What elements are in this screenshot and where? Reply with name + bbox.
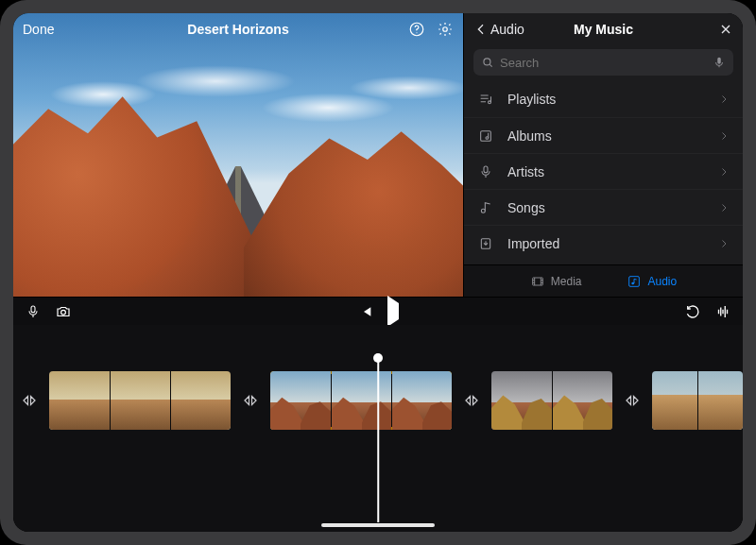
svg-point-3 (484, 59, 490, 65)
mic-icon[interactable] (713, 56, 726, 69)
screen: Done Desert Horizons (13, 13, 743, 532)
gear-icon[interactable] (437, 21, 454, 38)
tab-media[interactable]: Media (530, 274, 582, 289)
prev-track-icon[interactable] (357, 303, 374, 320)
svg-rect-8 (484, 166, 488, 173)
chevron-left-icon (473, 22, 489, 37)
row-label: Songs (507, 200, 545, 215)
tab-audio[interactable]: Audio (627, 274, 677, 289)
chevron-right-icon (718, 238, 730, 249)
home-indicator[interactable] (321, 523, 435, 527)
transition-icon[interactable] (242, 392, 259, 409)
camera-icon[interactable] (55, 303, 72, 320)
playhead-line[interactable] (377, 359, 379, 522)
panel-back-button[interactable]: Audio (473, 22, 524, 37)
chevron-right-icon (718, 94, 730, 105)
panel-tabs: Media Audio (464, 264, 743, 297)
done-button[interactable]: Done (23, 22, 54, 37)
search-field[interactable] (473, 49, 733, 76)
svg-rect-6 (481, 130, 491, 141)
search-input[interactable] (500, 56, 707, 70)
row-albums[interactable]: Albums (464, 117, 743, 153)
svg-rect-14 (31, 306, 35, 313)
panel-back-label: Audio (490, 22, 524, 37)
row-artists[interactable]: Artists (464, 153, 743, 189)
audio-note-icon (627, 274, 642, 289)
timeline-toolbar (13, 297, 743, 325)
timeline[interactable] (13, 325, 743, 532)
clip-2[interactable] (270, 371, 452, 430)
search-icon (481, 56, 494, 69)
media-browser-panel: Audio My Music Playlists (463, 13, 743, 297)
preview-toolbar: Done Desert Horizons (13, 13, 463, 45)
svg-point-2 (443, 27, 448, 32)
row-label: Artists (507, 164, 544, 179)
chevron-right-icon (718, 202, 730, 213)
clip-1[interactable] (49, 371, 231, 430)
svg-point-15 (61, 310, 66, 315)
imported-icon (477, 235, 494, 252)
device-frame: Done Desert Horizons (0, 0, 756, 545)
song-icon (477, 199, 494, 216)
filmstrip-icon (530, 274, 545, 289)
top-area: Done Desert Horizons (13, 13, 743, 297)
chevron-right-icon (718, 130, 730, 142)
artist-icon (477, 163, 494, 180)
transition-icon[interactable] (463, 392, 480, 409)
row-label: Imported (507, 236, 559, 251)
transition-icon[interactable] (21, 392, 38, 409)
row-songs[interactable]: Songs (464, 189, 743, 225)
svg-point-9 (481, 209, 485, 213)
row-playlists[interactable]: Playlists (464, 81, 743, 117)
chevron-right-icon (718, 166, 730, 178)
row-imported[interactable]: Imported (464, 225, 743, 261)
help-icon[interactable] (408, 21, 425, 38)
svg-rect-4 (717, 58, 721, 64)
clip-3[interactable] (491, 371, 612, 430)
svg-point-1 (416, 32, 417, 33)
music-categories-list: Playlists Albums Artists (464, 81, 743, 264)
panel-header: Audio My Music (464, 13, 743, 45)
tab-media-label: Media (551, 275, 582, 288)
close-icon[interactable] (718, 22, 733, 37)
playlist-icon (477, 91, 494, 108)
transition-icon[interactable] (624, 392, 641, 409)
video-preview[interactable]: Done Desert Horizons (13, 13, 463, 297)
preview-image (13, 13, 463, 297)
album-icon (477, 128, 494, 145)
project-title: Desert Horizons (13, 22, 463, 37)
waveform-icon[interactable] (714, 303, 731, 320)
row-label: Playlists (507, 92, 556, 107)
undo-icon[interactable] (684, 303, 701, 320)
tab-audio-label: Audio (647, 275, 677, 288)
clip-4[interactable] (652, 371, 743, 430)
mic-icon[interactable] (25, 303, 42, 320)
row-label: Albums (507, 128, 552, 144)
play-icon[interactable] (387, 303, 399, 320)
